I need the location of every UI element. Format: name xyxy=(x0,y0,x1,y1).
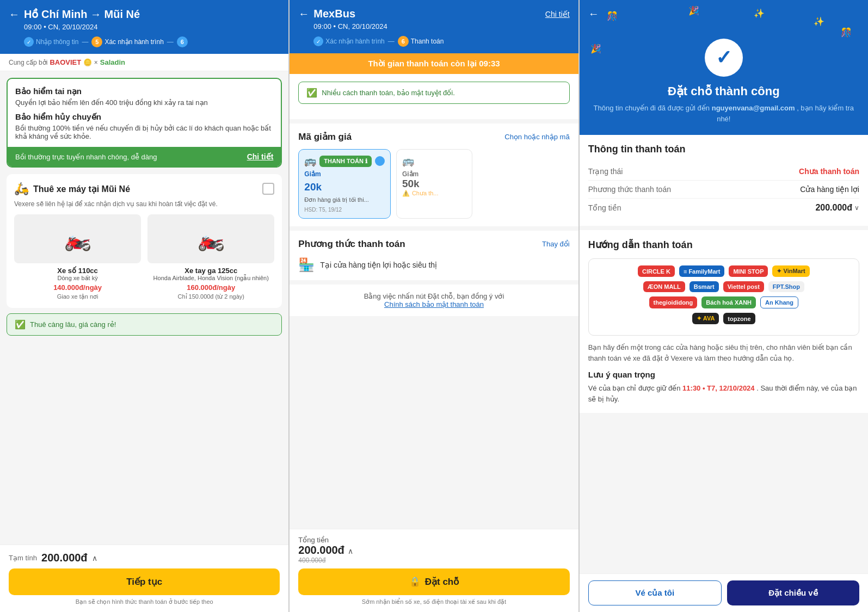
motorbike-grid: 🏍️ Xe số 110cc Dòng xe bất kỳ 140.000đ/n… xyxy=(14,214,274,300)
step-done: ✓ Nhập thông tin xyxy=(24,37,78,47)
card1-desc: Đơn hàng giá trị tối thi... xyxy=(304,196,385,203)
return-trip-button[interactable]: Đặt chiều về xyxy=(727,580,859,605)
provider-x: × xyxy=(94,59,98,66)
pm-change-link[interactable]: Thay đổi xyxy=(542,240,570,248)
bus-name: MexBus xyxy=(313,8,355,20)
topzone-logo: topzone xyxy=(723,313,755,324)
method-row: Phương thức thanh toán Cửa hàng tiện lợi xyxy=(588,181,859,199)
discount-radio-1[interactable] xyxy=(375,156,385,166)
payment-info-section: Thông tin thanh toán Trạng thái Chưa tha… xyxy=(580,135,868,226)
timer-bar: Thời gian thanh toán còn lại 09:33 xyxy=(290,53,578,74)
important-prefix: Vé của bạn chỉ được giữ đến xyxy=(588,384,681,392)
store-row-4: ✦ AVA topzone xyxy=(595,313,852,324)
security-text: Nhiều cách thanh toán, bảo mật tuyệt đối… xyxy=(322,89,455,97)
continue-button[interactable]: Tiếp tục xyxy=(9,568,280,595)
card2-amount: 50k xyxy=(402,178,466,190)
panel2-header: ← MexBus Chi tiết 09:00 • CN, 20/10/2024… xyxy=(290,0,578,53)
p2-step-active: 6 Thanh toán xyxy=(398,36,444,47)
discount-link[interactable]: Chọn hoặc nhập mã xyxy=(504,133,569,141)
total-label: Tạm tính xyxy=(9,554,37,562)
important-highlight: 11:30 • T7, 12/10/2024 xyxy=(682,384,754,392)
bike1-item: 🏍️ Xe số 110cc Dòng xe bất kỳ 140.000đ/n… xyxy=(14,214,141,300)
success-email: nguyenvana@gmail.com xyxy=(712,104,795,112)
bike2-price: 160.000đ/ngày xyxy=(147,283,274,292)
book-btn-label: Đặt chỗ xyxy=(425,576,459,588)
status-row: Trạng thái Chưa thanh toán xyxy=(588,163,859,181)
step-done-label: Nhập thông tin xyxy=(36,38,78,46)
status-value: Chưa thanh toán xyxy=(799,167,859,176)
discount-card1-header: 🚌 THANH TOÁN ℹ xyxy=(304,155,385,167)
familymart-logo: ≡ FamilyMart xyxy=(679,265,725,277)
card2-warning: Chưa th... xyxy=(412,190,439,197)
step-active-label: Xác nhận hành trình xyxy=(104,38,163,46)
discount-tag: THANH TOÁN ℹ xyxy=(319,156,372,167)
bike2-name: Xe tay ga 125cc xyxy=(147,267,274,275)
price-caret[interactable]: ∧ xyxy=(92,554,97,562)
discount-bus-icon2: 🚌 xyxy=(402,155,414,167)
pm-row: 🏪 Tại cửa hàng tiện lợi hoặc siêu thị xyxy=(298,257,569,273)
p2-total-old: 400.000đ xyxy=(298,557,353,564)
insurance-accident-desc: Quyền lợi bảo hiểm lên đến 400 triệu đồn… xyxy=(15,98,273,107)
book-button[interactable]: 🔒 Đặt chỗ xyxy=(298,568,569,595)
bachhoa-logo: Bách hoá XANH xyxy=(701,296,756,308)
p2-price-caret[interactable]: ∧ xyxy=(348,547,353,555)
provider-prefix: Cung cấp bởi xyxy=(9,59,47,66)
pm-title: Phương thức thanh toán xyxy=(298,238,405,250)
card2-label: Giảm xyxy=(402,170,466,178)
check-icon: ✓ xyxy=(24,37,34,47)
back-button-p2[interactable]: ← xyxy=(298,8,309,20)
store-row-2: ÆON MALL Bsmart Viettel post FPT.Shop xyxy=(595,281,852,292)
provider1-logo: BAOVIET 🪙 xyxy=(50,58,91,66)
security-icon: ✅ xyxy=(306,88,317,98)
total-price: 200.000đ xyxy=(41,552,88,564)
promo-text: Thuê càng lâu, giá càng rẻ! xyxy=(30,320,116,329)
ankhang-logo: An Khang xyxy=(760,296,798,308)
detail-link[interactable]: Chi tiết xyxy=(545,10,570,18)
bsmart-logo: Bsmart xyxy=(690,281,719,292)
p2-check-icon: ✓ xyxy=(313,36,323,46)
panel1-footer: Tạm tính 200.000đ ∧ Tiếp tục Bạn sẽ chọn… xyxy=(0,545,288,612)
guide-desc: Bạn hãy đến một trong các cửa hàng hoặc … xyxy=(588,342,859,363)
store-row-1: CIRCLE K ≡ FamilyMart MINI STOP ✦ VinMar… xyxy=(595,265,852,277)
p2-step-num: 6 xyxy=(398,36,409,47)
insurance-footer: Bồi thường trực tuyến nhanh chóng, dễ dà… xyxy=(8,147,281,166)
p2-footer-top: Tổng tiền 200.000đ ∧ 400.000đ xyxy=(298,536,569,564)
p2-steps: ✓ Xác nhận hành trình — 6 Thanh toán xyxy=(313,36,569,47)
security-badge: ✅ Nhiều cách thanh toán, bảo mật tuyệt đ… xyxy=(298,82,569,104)
discount-card-1[interactable]: 🚌 THANH TOÁN ℹ Giảm 20k Đơn hàng giá trị… xyxy=(298,149,391,219)
guide-section: Hướng dẫn thanh toán CIRCLE K ≡ FamilyMa… xyxy=(580,230,868,413)
step-divider: — xyxy=(82,38,88,46)
price-row: Tạm tính 200.000đ ∧ xyxy=(9,552,280,564)
back-button[interactable]: ← xyxy=(9,8,20,21)
warning-icon: ⚠️ xyxy=(402,190,410,197)
panel2-content: ✅ Nhiều cách thanh toán, bảo mật tuyệt đ… xyxy=(290,74,578,529)
motorbike-title: Thuê xe máy tại Mũi Né xyxy=(33,184,258,194)
route-title: Hồ Chí Minh → Mũi Né xyxy=(24,8,140,21)
card1-expiry: HSD: T5, 19/12 xyxy=(304,207,385,213)
bike1-note: Giao xe tận nơi xyxy=(14,293,141,300)
total-value-p3: 200.000đ xyxy=(815,203,852,213)
promo-icon: ✅ xyxy=(15,319,26,330)
steps-indicator: ✓ Nhập thông tin — 5 Xác nhận hành trình… xyxy=(24,36,280,47)
success-circle: ✓ xyxy=(705,39,743,77)
provider-bar: Cung cấp bởi BAOVIET 🪙 × Saladin xyxy=(0,54,288,71)
success-checkmark: ✓ xyxy=(716,46,732,69)
p3-header-content: ✓ Đặt chỗ thành công Thông tin chuyến đi… xyxy=(580,26,868,135)
route-datetime: 09:00 • CN, 20/10/2024 xyxy=(24,23,280,31)
insurance-detail-link[interactable]: Chi tiết xyxy=(247,152,274,161)
p2-step-done: ✓ Xác nhận hành trình xyxy=(313,36,384,46)
discount-card-2[interactable]: 🚌 Giảm 50k ⚠️ Chưa th... xyxy=(396,149,472,219)
my-ticket-button[interactable]: Vé của tôi xyxy=(588,580,722,605)
motorbike-checkbox[interactable] xyxy=(262,183,274,195)
policy-prefix: Bằng việc nhấn nút Đặt chỗ, bạn đồng ý v… xyxy=(364,292,504,300)
aeonmall-logo: ÆON MALL xyxy=(643,281,685,292)
insurance-footer-text: Bồi thường trực tuyến nhanh chóng, dễ dà… xyxy=(15,153,157,161)
policy-section: Bằng việc nhấn nút Đặt chỗ, bạn đồng ý v… xyxy=(290,285,578,316)
pi-title: Thông tin thanh toán xyxy=(588,144,859,155)
back-button-p3[interactable]: ← xyxy=(588,8,599,20)
panel1-header: ← Hồ Chí Minh → Mũi Né 09:00 • CN, 20/10… xyxy=(0,0,288,54)
policy-link[interactable]: Chính sách bảo mật thanh toán xyxy=(384,300,484,308)
discount-bus-icon: 🚌 xyxy=(304,155,316,167)
total-caret-p3[interactable]: ∨ xyxy=(854,204,859,212)
circlek-logo: CIRCLE K xyxy=(638,265,675,277)
